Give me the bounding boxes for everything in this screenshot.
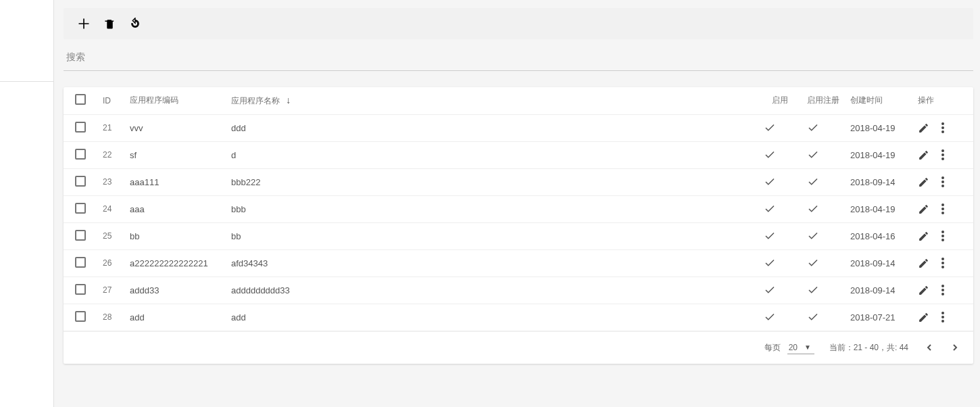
more-button[interactable] [939,148,947,162]
column-header-name[interactable]: 应用程序名称 ↓ [226,87,758,114]
cell-code: aaa [124,195,226,222]
page-size-select[interactable]: 20 ▼ [787,341,814,354]
check-icon [764,311,796,323]
data-table-card: ID 应用程序编码 应用程序名称 ↓ 启用 启用注册 创建时间 操作 [64,87,973,364]
check-icon [807,311,839,323]
check-icon [764,257,796,269]
edit-button[interactable] [918,204,929,215]
refresh-icon[interactable] [128,17,142,30]
row-checkbox[interactable] [75,257,86,268]
check-icon [764,176,796,188]
cell-code: addd33 [124,277,226,304]
more-button[interactable] [939,256,947,270]
more-button[interactable] [939,175,947,189]
table-row: 28addadd2018-07-21 [64,304,973,331]
cell-code: add [124,304,226,331]
check-icon [764,203,796,215]
cell-enable [758,141,802,168]
cell-code: sf [124,141,226,168]
more-button[interactable] [939,310,947,324]
prev-page-button[interactable] [923,341,935,354]
row-checkbox[interactable] [75,203,86,214]
add-icon[interactable] [77,17,91,30]
cell-name: afd34343 [226,249,758,277]
column-header-enable[interactable]: 启用 [758,87,802,114]
cell-name: ddd [226,114,758,141]
cell-enable [758,304,802,331]
more-button[interactable] [939,283,947,297]
check-icon [764,230,796,242]
table-row: 24aaabbb2018-04-19 [64,195,973,222]
row-checkbox[interactable] [75,230,86,241]
column-header-date[interactable]: 创建时间 [845,87,912,114]
caret-down-icon: ▼ [804,343,811,351]
cell-enable [758,249,802,277]
more-button[interactable] [939,229,947,243]
cell-name: bb [226,222,758,249]
cell-code: bb [124,222,226,249]
cell-reg [802,277,845,304]
column-header-id[interactable]: ID [97,87,124,114]
page-size-value: 20 [789,343,798,352]
cell-name: bbb [226,195,758,222]
cell-enable [758,168,802,195]
column-header-code[interactable]: 应用程序编码 [124,87,226,114]
sidebar [0,0,54,407]
cell-reg [802,249,845,277]
edit-button[interactable] [918,176,929,188]
cell-id: 21 [97,114,124,141]
search-placeholder: 搜索 [66,51,85,62]
table-row: 27addd33addddddddd332018-09-14 [64,277,973,304]
edit-button[interactable] [918,312,929,323]
more-button[interactable] [939,202,947,216]
more-button[interactable] [939,121,947,135]
column-header-name-label: 应用程序名称 [231,96,280,105]
cell-enable [758,277,802,304]
pagination: 每页 20 ▼ 当前：21 - 40，共: 44 [64,331,973,364]
check-icon [764,149,796,161]
cell-id: 23 [97,168,124,195]
check-icon [764,122,796,134]
edit-button[interactable] [918,258,929,269]
delete-icon[interactable] [103,17,116,30]
edit-button[interactable] [918,149,929,161]
edit-button[interactable] [918,231,929,242]
check-icon [807,149,839,161]
cell-date: 2018-04-19 [845,141,912,168]
cell-date: 2018-09-14 [845,249,912,277]
cell-code: aaa111 [124,168,226,195]
cell-date: 2018-04-19 [845,114,912,141]
cell-enable [758,195,802,222]
cell-id: 26 [97,249,124,277]
column-header-reg[interactable]: 启用注册 [802,87,845,114]
next-page-button[interactable] [949,341,961,354]
data-table: ID 应用程序编码 应用程序名称 ↓ 启用 启用注册 创建时间 操作 [64,87,973,331]
row-checkbox[interactable] [75,311,86,322]
row-checkbox[interactable] [75,284,86,295]
cell-date: 2018-09-14 [845,168,912,195]
pagination-range: 当前：21 - 40，共: 44 [829,342,908,354]
cell-date: 2018-04-16 [845,222,912,249]
cell-code: vvv [124,114,226,141]
cell-name: bbb222 [226,168,758,195]
sort-down-icon: ↓ [286,95,291,105]
cell-code: a222222222222221 [124,249,226,277]
check-icon [807,230,839,242]
select-all-checkbox[interactable] [75,94,86,105]
check-icon [807,284,839,296]
row-checkbox[interactable] [75,149,86,160]
cell-reg [802,168,845,195]
check-icon [807,203,839,215]
edit-button[interactable] [918,285,929,296]
per-page-label: 每页 [764,342,781,354]
check-icon [807,176,839,188]
cell-reg [802,304,845,331]
search-input[interactable]: 搜索 [64,39,973,71]
cell-name: add [226,304,758,331]
row-checkbox[interactable] [75,176,86,187]
table-row: 26a222222222222221afd343432018-09-14 [64,249,973,277]
cell-name: d [226,141,758,168]
row-checkbox[interactable] [75,122,86,133]
edit-button[interactable] [918,122,929,134]
cell-enable [758,222,802,249]
